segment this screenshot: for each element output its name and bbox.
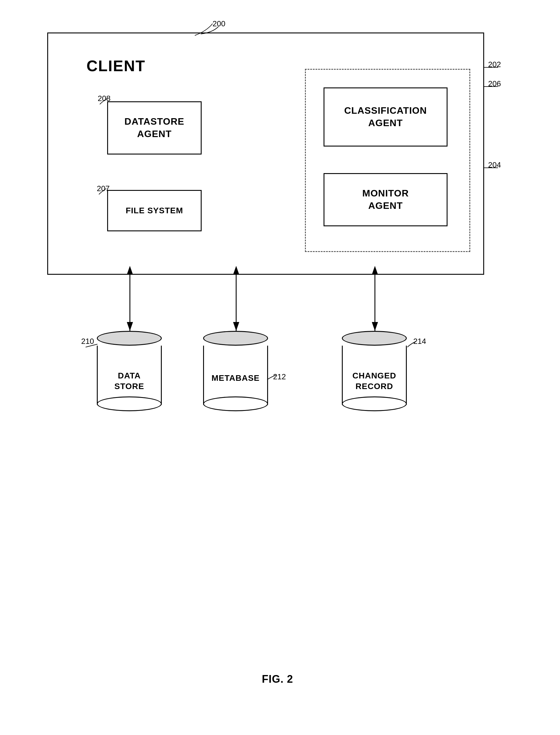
changed-record-top — [342, 331, 407, 345]
data-store-bottom — [97, 397, 162, 411]
filesystem-box: FILE SYSTEM — [107, 190, 202, 231]
metabase-label: METABASE — [211, 373, 259, 383]
monitor-agent-label: MONITORAGENT — [362, 187, 409, 212]
changed-record-body: CHANGEDRECORD — [342, 345, 407, 405]
ref-207-line — [97, 187, 112, 196]
changed-record-label: CHANGEDRECORD — [352, 371, 396, 392]
data-store-cylinder: DATASTORE — [97, 331, 162, 405]
ref-202-line — [480, 63, 504, 72]
classification-agent-label: CLASSIFICATIONAGENT — [344, 105, 427, 129]
metabase-bottom — [203, 397, 268, 411]
ref-208-line — [98, 97, 113, 106]
filesystem-label: FILE SYSTEM — [126, 205, 183, 216]
classification-agent-box: CLASSIFICATIONAGENT — [324, 87, 448, 146]
datastore-agent-label: DATASTOREAGENT — [125, 115, 185, 140]
client-label: CLIENT — [86, 57, 146, 75]
metabase-cylinder: METABASE — [203, 331, 268, 405]
monitor-agent-box: MONITORAGENT — [324, 173, 448, 226]
changed-record-bottom — [342, 397, 407, 411]
ref-214-line — [406, 340, 418, 348]
fig-label: FIG. 2 — [262, 673, 293, 685]
data-store-label: DATASTORE — [115, 371, 144, 392]
data-store-body: DATASTORE — [97, 345, 162, 405]
ref-210-line — [83, 340, 100, 348]
metabase-top — [203, 331, 268, 345]
diagram-container: 200 CLIENT CLASSIFICATIONAGENT MONITORAG… — [24, 18, 531, 697]
datastore-agent-box: DATASTOREAGENT — [107, 101, 202, 154]
data-store-top — [97, 331, 162, 345]
changed-record-cylinder: CHANGEDRECORD — [342, 331, 407, 405]
ref-204-line — [480, 163, 504, 172]
ref-206-line — [480, 82, 504, 91]
client-box: CLIENT CLASSIFICATIONAGENT MONITORAGENT … — [47, 32, 484, 275]
metabase-body: METABASE — [203, 345, 268, 405]
dashed-group-box: CLASSIFICATIONAGENT MONITORAGENT — [305, 69, 470, 252]
ref-212-line — [266, 374, 277, 383]
